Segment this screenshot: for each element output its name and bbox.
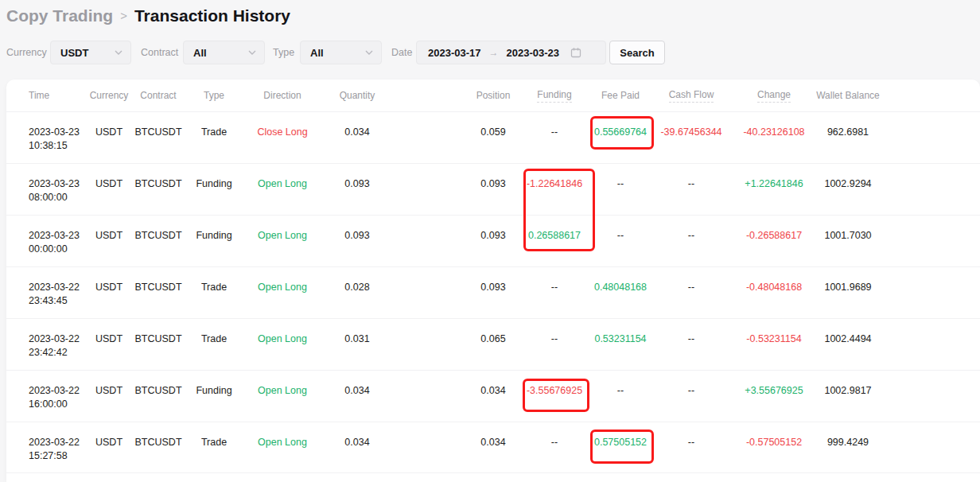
col-header-time: Time <box>29 80 81 111</box>
cell-funding: -- <box>519 112 590 139</box>
cell-fee_paid: 0.53231154 <box>585 319 656 346</box>
cell-time: 2023-03-2223:43:45 <box>29 267 81 308</box>
cell-cash_flow: -- <box>655 216 727 243</box>
cell-position: 0.059 <box>461 112 525 139</box>
breadcrumb-separator-icon: > <box>120 9 127 22</box>
transaction-table: TimeCurrencyContractTypeDirectionQuantit… <box>6 80 980 482</box>
col-header-type: Type <box>184 80 244 111</box>
cell-position: 0.093 <box>461 216 525 243</box>
cell-quantity: 0.034 <box>325 422 389 449</box>
col-header-funding: Funding <box>519 80 590 111</box>
search-button[interactable]: Search <box>609 41 665 64</box>
cell-quantity: 0.034 <box>325 112 389 139</box>
cell-funding: -1.22641846 <box>519 164 590 191</box>
filter-bar: Currency USDT Contract All Type All Date… <box>0 41 980 64</box>
cell-quantity: 0.093 <box>325 164 389 191</box>
cell-fee_paid: 0.48048168 <box>585 267 656 294</box>
table-row: 2023-03-2223:43:45USDTBTCUSDTTradeOpen L… <box>6 266 980 318</box>
cell-funding: -- <box>519 267 590 294</box>
cell-wallet_balance: 1001.7030 <box>804 216 892 243</box>
table-row: 2023-03-2310:38:15USDTBTCUSDTTradeClose … <box>6 111 980 163</box>
date-range-picker[interactable]: 2023-03-17 → 2023-03-23 <box>416 41 606 64</box>
table-row: 2023-03-2223:42:42USDTBTCUSDTTradeOpen L… <box>6 318 980 370</box>
cell-direction: Open Long <box>243 164 322 191</box>
cell-type: Funding <box>184 164 244 191</box>
cell-wallet_balance: 1002.9294 <box>804 164 892 191</box>
cell-contract: BTCUSDT <box>128 164 189 191</box>
cell-position: 0.065 <box>461 319 525 346</box>
date-end-value[interactable]: 2023-03-23 <box>507 47 560 59</box>
col-header-direction: Direction <box>243 80 322 111</box>
contract-select-value: All <box>193 47 207 59</box>
breadcrumb: Copy Trading>Transaction History <box>6 6 290 25</box>
cell-quantity: 0.028 <box>325 267 389 294</box>
cell-contract: BTCUSDT <box>128 371 189 398</box>
currency-filter-label: Currency <box>6 47 47 58</box>
cell-direction: Open Long <box>243 371 322 398</box>
table-row: 2023-03-2300:00:00USDTBTCUSDTFundingOpen… <box>6 215 980 266</box>
cell-funding: 0.26588617 <box>519 216 590 243</box>
type-select[interactable]: All <box>300 41 382 64</box>
type-filter-label: Type <box>273 47 294 58</box>
cell-type: Trade <box>184 422 244 449</box>
currency-select-value: USDT <box>60 47 88 59</box>
cell-contract: BTCUSDT <box>128 112 189 139</box>
col-header-wallet_balance: Wallet Balance <box>804 80 892 111</box>
cell-direction: Close Long <box>243 112 322 139</box>
date-start-value[interactable]: 2023-03-17 <box>428 47 481 59</box>
breadcrumb-parent[interactable]: Copy Trading <box>6 6 113 25</box>
chevron-down-icon <box>248 50 256 55</box>
cell-type: Funding <box>184 216 244 243</box>
chevron-down-icon <box>115 50 122 55</box>
cell-type: Trade <box>184 267 244 294</box>
cell-contract: BTCUSDT <box>128 216 189 243</box>
cell-position: 0.034 <box>461 422 525 449</box>
calendar-icon[interactable] <box>570 47 581 58</box>
cell-time: 2023-03-2223:42:42 <box>29 319 81 360</box>
cell-direction: Open Long <box>243 319 322 346</box>
cell-direction: Open Long <box>243 267 322 294</box>
cell-position: 0.093 <box>461 267 525 294</box>
tooltip-header[interactable]: Change <box>757 89 791 103</box>
cell-contract: BTCUSDT <box>128 422 189 449</box>
cell-wallet_balance: 1001.9689 <box>804 267 892 294</box>
cell-funding: -3.55676925 <box>519 371 590 398</box>
cell-quantity: 0.093 <box>325 216 389 243</box>
date-filter-label: Date <box>391 47 412 58</box>
table-row: 2023-03-2216:00:00USDTBTCUSDTFundingOpen… <box>6 370 980 422</box>
table-row: 2023-03-2215:27:58USDTBTCUSDTTradeOpen L… <box>6 422 980 473</box>
cell-type: Funding <box>184 371 244 398</box>
cell-fee_paid: -- <box>585 164 656 191</box>
cell-cash_flow: -- <box>655 319 727 346</box>
contract-filter-label: Contract <box>141 47 178 58</box>
col-header-quantity: Quantity <box>325 80 389 111</box>
cell-type: Trade <box>184 319 244 346</box>
cell-time: 2023-03-2310:38:15 <box>29 112 81 153</box>
cell-wallet_balance: 999.4249 <box>804 422 892 449</box>
cell-time: 2023-03-2308:00:00 <box>29 164 81 204</box>
cell-cash_flow: -- <box>655 371 727 398</box>
chevron-down-icon <box>365 50 373 55</box>
cell-cash_flow: -- <box>655 164 727 191</box>
table-row: 2023-03-2308:00:00USDTBTCUSDTFundingOpen… <box>6 163 980 215</box>
cell-fee_paid: -- <box>585 371 656 398</box>
cell-direction: Open Long <box>243 216 322 243</box>
cell-fee_paid: -- <box>585 216 656 243</box>
cell-funding: -- <box>519 319 590 346</box>
tooltip-header[interactable]: Funding <box>537 89 571 103</box>
cell-time: 2023-03-2215:27:58 <box>29 422 81 463</box>
cell-quantity: 0.034 <box>325 371 389 398</box>
cell-wallet_balance: 1002.4494 <box>804 319 892 346</box>
cell-contract: BTCUSDT <box>128 267 189 294</box>
cell-cash_flow: -- <box>655 267 727 294</box>
cell-time: 2023-03-2300:00:00 <box>29 216 81 256</box>
tooltip-header[interactable]: Cash Flow <box>669 89 714 103</box>
cell-funding: -- <box>519 422 590 449</box>
currency-select[interactable]: USDT <box>50 41 131 64</box>
contract-select[interactable]: All <box>183 41 265 64</box>
cell-type: Trade <box>184 112 244 139</box>
cell-position: 0.034 <box>461 371 525 398</box>
cell-position: 0.093 <box>461 164 525 191</box>
col-header-position: Position <box>461 80 525 111</box>
cell-fee_paid: 0.57505152 <box>585 422 656 449</box>
